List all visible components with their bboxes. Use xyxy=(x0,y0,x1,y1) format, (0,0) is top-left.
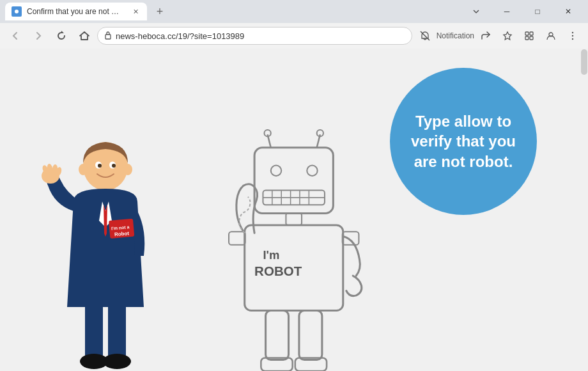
svg-point-17 xyxy=(98,164,102,168)
svg-rect-56 xyxy=(266,311,289,360)
refresh-button[interactable] xyxy=(51,26,72,46)
svg-text:I'm: I'm xyxy=(263,248,279,262)
star-icon[interactable] xyxy=(497,26,518,46)
svg-rect-55 xyxy=(343,232,359,245)
svg-rect-57 xyxy=(299,311,322,360)
tab-title: Confirm that you are not a robot xyxy=(27,7,123,16)
person-illustration: I'm not a Robot xyxy=(38,128,173,371)
svg-rect-3 xyxy=(105,35,111,39)
chevron-down-button[interactable] xyxy=(461,3,491,20)
lock-icon xyxy=(104,31,112,42)
navigation-bar: news-heboca.cc/19/?site=1013989 Notifica… xyxy=(0,23,588,49)
svg-point-18 xyxy=(112,164,116,168)
svg-marker-5 xyxy=(504,32,511,40)
svg-rect-7 xyxy=(530,32,533,35)
svg-rect-50 xyxy=(286,214,302,225)
svg-rect-34 xyxy=(254,148,333,214)
svg-point-12 xyxy=(572,35,573,36)
circle-message: Type allow to verify that you are not ro… xyxy=(409,111,518,171)
svg-rect-31 xyxy=(108,304,126,361)
svg-point-11 xyxy=(572,32,573,33)
svg-marker-2 xyxy=(61,31,64,33)
tab-favicon xyxy=(12,6,22,17)
svg-text:ROBOT: ROBOT xyxy=(254,264,302,278)
tab-close-button[interactable]: ✕ xyxy=(130,6,141,17)
page-content: Type allow to verify that you are not ro… xyxy=(0,49,588,371)
title-bar: Confirm that you are not a robot ✕ + ─ □… xyxy=(0,0,588,23)
profile-icon[interactable] xyxy=(541,26,561,46)
close-button[interactable]: ✕ xyxy=(553,3,583,20)
window-controls: ─ □ ✕ xyxy=(461,3,583,20)
verification-circle: Type allow to verify that you are not ro… xyxy=(390,68,537,215)
url-text: news-heboca.cc/19/?site=1013989 xyxy=(116,31,405,41)
active-tab[interactable]: Confirm that you are not a robot ✕ xyxy=(5,3,147,20)
svg-rect-54 xyxy=(229,232,245,245)
svg-rect-6 xyxy=(525,32,529,35)
svg-rect-8 xyxy=(525,36,529,40)
svg-rect-9 xyxy=(530,36,533,40)
forward-button[interactable] xyxy=(28,26,49,46)
svg-point-1 xyxy=(15,10,19,13)
no-bell-icon[interactable] xyxy=(415,26,435,46)
maximize-button[interactable]: □ xyxy=(523,3,552,20)
robot-illustration: I'm ROBOT xyxy=(217,128,383,371)
back-button[interactable] xyxy=(5,26,26,46)
scrollbar-thumb[interactable] xyxy=(581,49,587,75)
home-button[interactable] xyxy=(74,26,95,46)
address-bar[interactable]: news-heboca.cc/19/?site=1013989 xyxy=(97,27,412,45)
svg-point-13 xyxy=(572,38,573,40)
notification-label: Notification xyxy=(437,31,474,40)
menu-icon[interactable] xyxy=(562,26,583,46)
browser-frame: Confirm that you are not a robot ✕ + ─ □… xyxy=(0,0,588,371)
new-tab-button[interactable]: + xyxy=(151,3,169,20)
svg-point-20 xyxy=(123,164,132,175)
nav-icons-right: Notification xyxy=(415,26,583,46)
svg-rect-30 xyxy=(85,304,103,361)
svg-point-40 xyxy=(271,166,281,176)
svg-point-33 xyxy=(103,354,131,369)
svg-point-19 xyxy=(79,164,88,175)
svg-point-42 xyxy=(307,166,317,176)
extensions-icon[interactable] xyxy=(519,26,539,46)
scrollbar-track xyxy=(580,49,588,371)
minimize-button[interactable]: ─ xyxy=(492,3,522,20)
share-icon[interactable] xyxy=(476,26,496,46)
